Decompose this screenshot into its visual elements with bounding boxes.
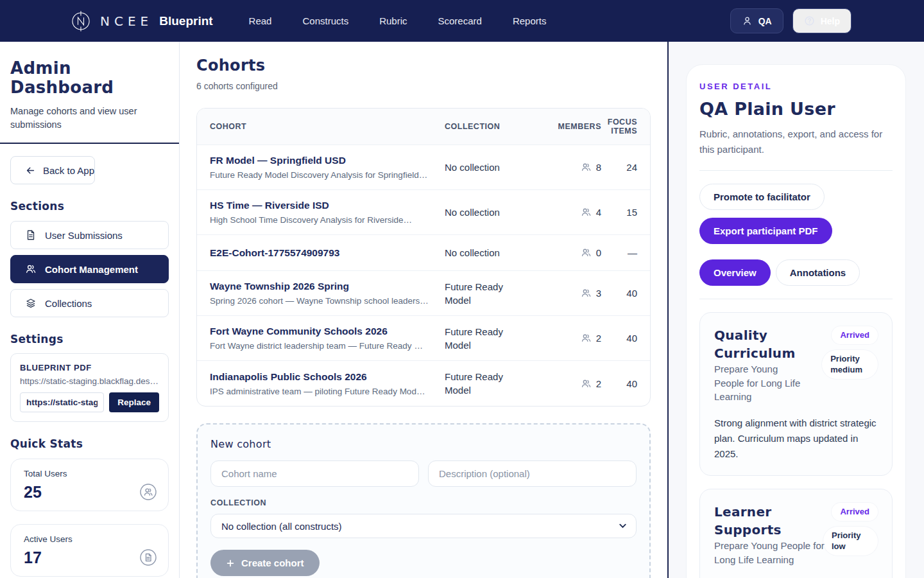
user-detail-card: USER DETAIL QA Plain User Rubric, annota… [686, 64, 906, 578]
people-icon [25, 263, 37, 275]
cohort-name-input[interactable] [210, 460, 419, 487]
new-cohort-panel: New cohort COLLECTION No collection (all… [196, 423, 651, 578]
members-count: 3 [596, 288, 601, 299]
cohort-members: 2 [542, 378, 601, 389]
user-detail-region: USER DETAIL QA Plain User Rubric, annota… [667, 42, 924, 578]
focus-items-count: 24 [601, 162, 637, 173]
help-label: Help [821, 16, 840, 26]
cohort-collection: Future Ready Model [445, 280, 542, 307]
page-title: Admin Dashboard [10, 58, 169, 97]
promote-facilitator-button[interactable]: Promote to facilitator [699, 184, 825, 210]
brand-product: Blueprint [159, 14, 212, 28]
cohort-name[interactable]: E2E-Cohort-1775574909793 [210, 247, 445, 259]
table-header: COHORT COLLECTION MEMBERS FOCUS ITEMS [197, 109, 650, 145]
table-row[interactable]: HS Time — Riverside ISD High School Time… [197, 190, 650, 235]
blueprint-pdf-card: BLUEPRINT PDF https://static-staging.bla… [10, 353, 169, 422]
sidebar-item-label: User Submissions [45, 230, 123, 241]
blueprint-pdf-input[interactable] [20, 392, 104, 412]
replace-button[interactable]: Replace [109, 392, 159, 412]
plus-icon [226, 559, 235, 568]
top-nav: NCEE Blueprint Read Constructs Rubric Sc… [0, 0, 924, 42]
brand-logo: NCEE Blueprint [69, 10, 213, 33]
stat-label: Total Users [24, 469, 155, 478]
cohort-name[interactable]: Indianapolis Public Schools 2026 [210, 371, 445, 383]
col-focus-items: FOCUS ITEMS [601, 118, 637, 136]
person-icon [742, 15, 753, 26]
collection-select[interactable]: No collection (all constructs) [210, 514, 637, 538]
nav-link-reports[interactable]: Reports [513, 15, 547, 26]
sidebar-item-user-submissions[interactable]: User Submissions [10, 221, 169, 249]
stat-card-total-users: Total Users 25 [10, 459, 169, 511]
document-icon [25, 229, 37, 241]
primary-nav: Read Constructs Rubric Scorecard Reports [249, 15, 547, 26]
blueprint-pdf-url: https://static-staging.blackflag.design/… [20, 376, 159, 386]
priority-badge: Priority medium [822, 350, 878, 379]
cohort-collection: No collection [445, 206, 542, 219]
col-members: MEMBERS [542, 122, 601, 131]
table-row[interactable]: Wayne Township 2026 Spring Spring 2026 c… [197, 271, 650, 316]
people-icon [581, 333, 592, 344]
back-to-app-label: Back to App [43, 165, 94, 176]
nav-link-read[interactable]: Read [249, 15, 272, 26]
cohort-collection: No collection [445, 161, 542, 174]
stat-value: 17 [24, 548, 155, 567]
focus-items-count: 40 [601, 378, 637, 389]
sidebar-item-cohort-management[interactable]: Cohort Management [10, 255, 169, 283]
cohort-name[interactable]: HS Time — Riverside ISD [210, 200, 445, 211]
help-button[interactable]: Help [792, 8, 851, 33]
people-icon [581, 288, 592, 299]
divider [699, 299, 893, 299]
nav-link-rubric[interactable]: Rubric [379, 15, 407, 26]
back-to-app-button[interactable]: Back to App [10, 156, 95, 184]
export-participant-pdf-button[interactable]: Export participant PDF [699, 218, 832, 244]
divider [699, 170, 893, 171]
sidebar-item-collections[interactable]: Collections [10, 289, 169, 317]
focus-items-count: 40 [601, 288, 637, 299]
stat-card-active-users: Active Users 17 [10, 524, 169, 577]
status-badge: Arrived [832, 326, 878, 344]
table-row[interactable]: FR Model — Springfield USD Future Ready … [197, 145, 650, 190]
cohort-name[interactable]: FR Model — Springfield USD [210, 155, 445, 166]
admin-sidebar: Admin Dashboard Manage cohorts and view … [0, 42, 180, 578]
cohort-name[interactable]: Wayne Township 2026 Spring [210, 281, 445, 292]
create-cohort-button[interactable]: Create cohort [210, 550, 320, 576]
cohort-description-input[interactable] [428, 460, 637, 487]
nav-link-scorecard[interactable]: Scorecard [438, 15, 482, 26]
tab-overview[interactable]: Overview [699, 259, 771, 286]
people-icon [581, 247, 592, 258]
nav-link-constructs[interactable]: Constructs [302, 15, 348, 26]
cohort-description: Fort Wayne district leadership team — Fu… [210, 341, 445, 351]
collection-label: COLLECTION [210, 498, 637, 507]
page-subtitle: Manage cohorts and view user submissions [10, 105, 169, 131]
user-description: Rubric, annotations, export, and access … [699, 127, 893, 157]
construct-card-learner-supports: Learner Supports Arrived Priority low Pr… [699, 489, 893, 578]
document-circle-icon [140, 549, 157, 566]
table-row[interactable]: Fort Wayne Community Schools 2026 Fort W… [197, 316, 650, 361]
members-count: 2 [596, 333, 601, 344]
brand-org: NCEE [100, 13, 153, 29]
focus-items-count: 40 [601, 333, 637, 344]
focus-items-count: 15 [601, 207, 637, 218]
question-circle-icon [804, 15, 815, 26]
cohort-collection: Future Ready Model [445, 370, 542, 397]
qa-user-button[interactable]: QA [730, 8, 783, 33]
table-row[interactable]: Indianapolis Public Schools 2026 IPS adm… [197, 361, 650, 406]
status-badge: Arrived [832, 503, 878, 521]
col-cohort: COHORT [210, 122, 445, 131]
table-row[interactable]: E2E-Cohort-1775574909793 No collection 0… [197, 235, 650, 271]
sidebar-divider [0, 143, 179, 144]
people-icon [581, 207, 592, 218]
members-count: 8 [596, 162, 601, 173]
members-count: 4 [596, 207, 601, 218]
cohort-name[interactable]: Fort Wayne Community Schools 2026 [210, 326, 445, 337]
create-cohort-label: Create cohort [241, 557, 304, 568]
construct-card-quality-curriculum: Quality Curriculum Arrived Priority medi… [699, 312, 893, 476]
qa-label: QA [758, 16, 772, 26]
cohort-members: 0 [542, 247, 601, 258]
tab-annotations[interactable]: Annotations [776, 259, 860, 286]
cohort-description: IPS administrative team — piloting Futur… [210, 387, 445, 396]
cohort-members: 4 [542, 207, 601, 218]
cohorts-main: Cohorts 6 cohorts configured COHORT COLL… [180, 42, 667, 578]
user-detail-eyebrow: USER DETAIL [699, 82, 893, 91]
settings-heading: Settings [10, 333, 169, 346]
